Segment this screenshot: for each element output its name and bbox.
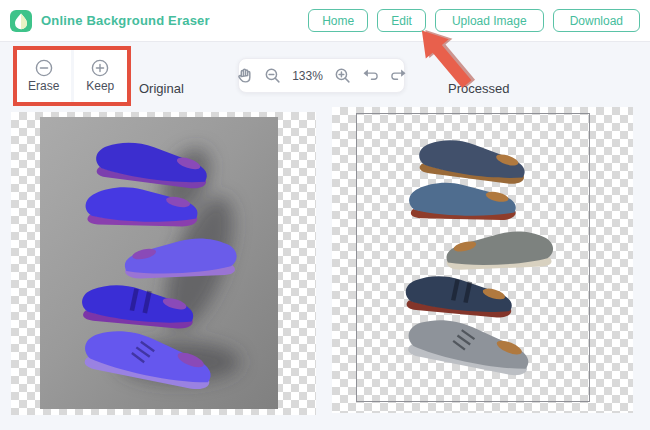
nav-buttons: Home Edit Upload Image Download [308,9,640,32]
original-shoes-illustration [62,123,258,403]
original-canvas-panel [11,112,316,415]
download-button[interactable]: Download [553,9,640,32]
processed-shoes-illustration [391,120,569,390]
redo-icon[interactable] [390,67,407,84]
header-bar: Online Background Eraser Home Edit Uploa… [0,0,650,41]
canvas-toolbar: 133% [238,58,405,93]
online-background-eraser-app: Online Background Eraser Home Edit Uploa… [0,0,650,430]
erase-tool-button[interactable]: Erase [17,50,71,102]
app-logo-icon [10,10,32,32]
processed-image[interactable] [356,113,590,402]
keep-label: Keep [86,79,114,93]
zoom-out-icon[interactable] [264,67,281,84]
erase-label: Erase [28,79,59,93]
processed-label: Processed [448,81,509,96]
processed-canvas-panel [332,107,633,413]
original-label: Original [139,81,184,96]
plus-circle-icon [91,59,109,77]
edit-button[interactable]: Edit [377,9,426,32]
undo-icon[interactable] [362,67,379,84]
pan-hand-icon[interactable] [236,67,253,84]
zoom-in-icon[interactable] [334,67,351,84]
original-image[interactable] [40,117,278,409]
red-highlight-box: Erase Keep [13,46,131,106]
upload-image-button[interactable]: Upload Image [435,9,544,32]
minus-circle-icon [35,59,53,77]
zoom-level-value: 133% [292,69,323,83]
home-button[interactable]: Home [308,9,368,32]
page-title: Online Background Eraser [41,13,210,28]
keep-tool-button[interactable]: Keep [74,50,128,102]
